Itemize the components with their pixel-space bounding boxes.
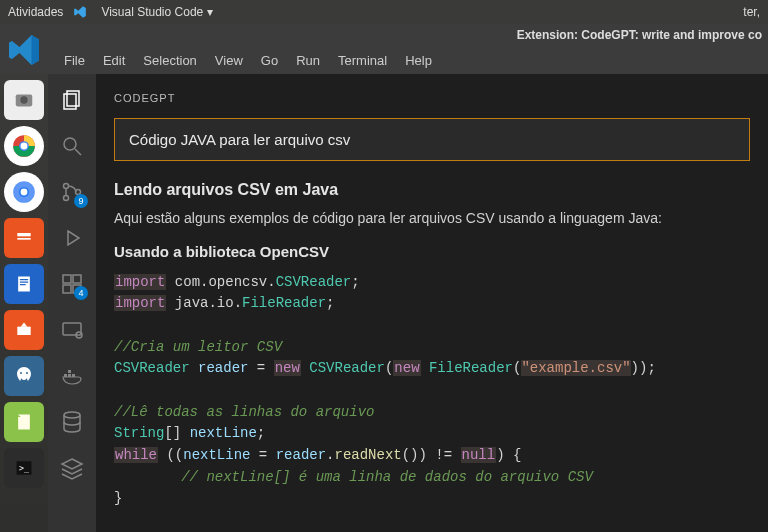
- svg-rect-14: [20, 284, 26, 285]
- code-block: import com.opencsv.CSVReader; import jav…: [114, 272, 750, 511]
- response-paragraph: Aqui estão alguns exemplos de código par…: [114, 209, 750, 229]
- menu-terminal[interactable]: Terminal: [330, 51, 395, 70]
- vscode-app-icon: [4, 30, 44, 70]
- svg-marker-40: [62, 459, 82, 469]
- svg-point-17: [26, 372, 28, 374]
- activity-search[interactable]: [58, 132, 86, 160]
- svg-point-1: [20, 96, 27, 103]
- svg-point-39: [64, 412, 80, 418]
- svg-rect-38: [68, 370, 71, 373]
- activity-docker[interactable]: [58, 362, 86, 390]
- dock-app-notepad[interactable]: [4, 402, 44, 442]
- activity-database[interactable]: [58, 408, 86, 436]
- menu-selection[interactable]: Selection: [135, 51, 204, 70]
- menu-help[interactable]: Help: [397, 51, 440, 70]
- extension-panel: CODEGPT Código JAVA para ler arquivo csv…: [96, 74, 768, 532]
- svg-rect-30: [63, 285, 71, 293]
- svg-rect-15: [17, 327, 30, 335]
- dock-app-camera[interactable]: [4, 80, 44, 120]
- response-subheading: Usando a biblioteca OpenCSV: [114, 243, 750, 260]
- menu-file[interactable]: File: [56, 51, 93, 70]
- svg-rect-33: [63, 323, 81, 335]
- window-titlebar: Extension: CodeGPT: write and improve co: [0, 24, 768, 46]
- extensions-badge: 4: [74, 286, 88, 300]
- menu-go[interactable]: Go: [253, 51, 286, 70]
- activity-remote[interactable]: [58, 316, 86, 344]
- svg-point-23: [64, 138, 76, 150]
- vscode-topbar-icon: [73, 5, 87, 19]
- menu-run[interactable]: Run: [288, 51, 328, 70]
- menu-edit[interactable]: Edit: [95, 51, 133, 70]
- activity-bar: 9 4: [48, 74, 96, 532]
- clock[interactable]: ter,: [743, 5, 760, 19]
- panel-header: CODEGPT: [114, 92, 750, 104]
- dock-app-terminal[interactable]: >_: [4, 448, 44, 488]
- scm-badge: 9: [74, 194, 88, 208]
- svg-rect-10: [17, 238, 30, 240]
- dock-app-files[interactable]: [4, 218, 44, 258]
- menubar: File Edit Selection View Go Run Terminal…: [0, 46, 768, 74]
- gnome-topbar: Atividades Visual Studio Code ▾ ter,: [0, 0, 768, 24]
- prompt-input[interactable]: Código JAVA para ler arquivo csv: [114, 118, 750, 161]
- activities-button[interactable]: Atividades: [8, 5, 63, 19]
- svg-rect-32: [73, 275, 81, 283]
- activity-extensions[interactable]: 4: [58, 270, 86, 298]
- svg-point-16: [20, 372, 22, 374]
- svg-text:>_: >_: [19, 463, 30, 473]
- activity-scm[interactable]: 9: [58, 178, 86, 206]
- dock-app-postgres[interactable]: [4, 356, 44, 396]
- svg-point-5: [21, 143, 28, 150]
- activity-stack[interactable]: [58, 454, 86, 482]
- svg-rect-9: [17, 233, 30, 236]
- activity-debug[interactable]: [58, 224, 86, 252]
- response-heading: Lendo arquivos CSV em Java: [114, 181, 750, 199]
- dock-app-writer[interactable]: [4, 264, 44, 304]
- svg-rect-13: [20, 282, 28, 283]
- menu-view[interactable]: View: [207, 51, 251, 70]
- dock-app-chrome[interactable]: [4, 126, 44, 166]
- svg-rect-29: [63, 275, 71, 283]
- svg-point-26: [64, 196, 69, 201]
- ubuntu-dock: >_: [0, 74, 48, 532]
- app-menu[interactable]: Visual Studio Code ▾: [101, 5, 212, 19]
- svg-point-8: [21, 189, 28, 196]
- svg-rect-12: [20, 279, 28, 280]
- dock-app-software[interactable]: [4, 310, 44, 350]
- window-title: Extension: CodeGPT: write and improve co: [517, 28, 762, 42]
- svg-line-24: [75, 149, 81, 155]
- svg-point-25: [64, 184, 69, 189]
- svg-marker-28: [68, 231, 79, 245]
- activity-explorer[interactable]: [58, 86, 86, 114]
- dock-app-chromium[interactable]: [4, 172, 44, 212]
